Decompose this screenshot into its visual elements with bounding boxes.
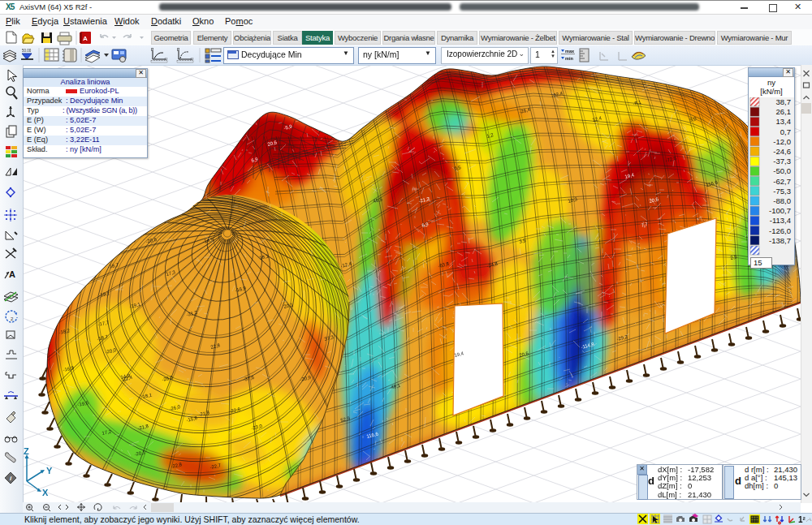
svg-text:1²: 1² [798,515,806,524]
svg-text:22,8: 22,8 [109,229,119,235]
svg-text:13,4: 13,4 [776,117,792,126]
svg-text:-62,7: -62,7 [773,177,791,186]
svg-text:-100,7: -100,7 [769,206,791,215]
svg-text:Z: Z [24,446,29,456]
svg-text:X: X [42,488,49,497]
svg-text:38,7: 38,7 [776,97,792,106]
svg-text:-20,8: -20,8 [148,218,160,226]
svg-text:A: A [83,35,88,42]
svg-text:min: min [565,56,573,61]
svg-text:-88,0: -88,0 [773,196,791,205]
svg-text:26,1: 26,1 [776,107,792,116]
svg-text:-75,3: -75,3 [773,187,791,196]
svg-text:-12,0: -12,0 [773,137,791,146]
svg-text:-138,7: -138,7 [769,236,791,245]
svg-text:-24,6: -24,6 [773,147,791,156]
svg-text:-113,4: -113,4 [770,216,791,225]
svg-text:50.00: 50.00 [22,49,32,53]
svg-text:-126,0: -126,0 [769,226,791,235]
svg-text:A: A [9,269,15,279]
svg-text:-37,3: -37,3 [773,157,791,166]
svg-text:Y: Y [46,466,53,476]
svg-text:2: 2 [11,316,14,321]
svg-text:max: max [565,49,575,54]
svg-text:0,7: 0,7 [780,127,791,136]
svg-text:-50,0: -50,0 [773,166,791,175]
